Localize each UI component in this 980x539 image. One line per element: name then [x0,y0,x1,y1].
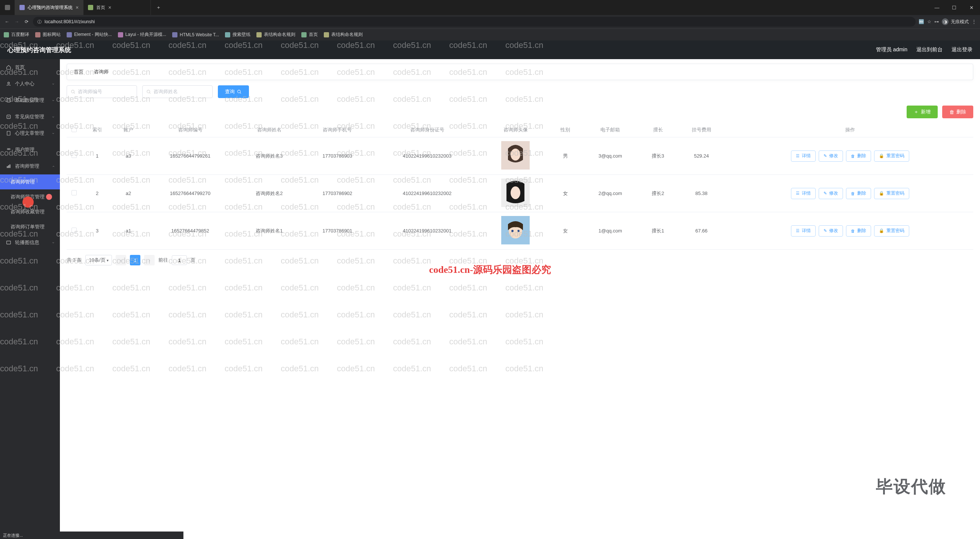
page-size-select[interactable]: 10条/页 ▾ [85,255,112,266]
edit-button[interactable]: ✎ 修改 [819,188,843,199]
back-to-front-button[interactable]: 退出到前台 [916,46,943,53]
star-icon[interactable]: ☆ [927,19,931,24]
sidebar-subitem[interactable]: 咨询师留言管理 [0,189,60,204]
logout-button[interactable]: 退出登录 [951,46,972,53]
next-page-button[interactable]: › [144,255,154,266]
maximize-button[interactable]: ☐ [945,0,963,15]
browser-tab-home[interactable]: 首页 × [83,0,151,15]
row-delete-button[interactable]: 🗑 删除 [846,225,871,237]
back-button[interactable]: ← [4,19,11,24]
delete-button[interactable]: 🗑 删除 [942,105,973,118]
user-label[interactable]: 管理员 admin [876,46,907,53]
sidebar: 首页 个人中心 › 基础数据管理 › 常见病症管理 › 心理文章管理 › 用户管… [0,59,60,539]
sidebar-item[interactable]: 常见病症管理 › [0,108,60,125]
new-tab-button[interactable]: ＋ [151,0,166,15]
lock-icon: 🔒 [879,191,884,196]
cell-idx: 1 [82,137,113,175]
forward-button[interactable]: → [13,19,20,24]
reload-button[interactable]: ⟳ [23,19,30,24]
bookmark-item[interactable]: 首页 [301,32,318,38]
home-icon [6,65,11,70]
jump-input[interactable] [172,255,187,265]
bookmark-item[interactable]: 表结构命名规则 [256,32,295,38]
cell-fee: 67.66 [676,212,727,250]
sidebar-subitem[interactable]: 咨询师订单管理 [0,219,60,234]
bookmark-item[interactable]: Element - 网站快... [67,32,112,38]
search-icon [71,89,76,94]
edit-icon: ✎ [824,153,827,158]
trash-icon: 🗑 [851,229,855,233]
column-header: 索引 [82,123,113,137]
row-checkbox[interactable] [72,190,77,196]
sidebar-item[interactable]: 咨询师管理 › [0,158,60,175]
menu-icon[interactable]: ⋮ [972,19,976,24]
close-window-button[interactable]: ✕ [963,0,980,15]
detail-button[interactable]: ☰ 详情 [791,188,816,199]
column-header: 咨询师编号 [144,123,237,137]
sidebar-subitem[interactable]: 咨询师收藏管理 [0,204,60,219]
cell-idx: 2 [82,175,113,212]
add-button[interactable]: ＋ 新增 [907,105,938,118]
chevron-icon: › [51,165,56,167]
detail-button[interactable]: ☰ 详情 [791,151,816,162]
detail-button[interactable]: ☰ 详情 [791,225,816,237]
cell-good: 擅长3 [640,137,676,175]
svg-point-13 [147,90,150,93]
sidebar-item[interactable]: 轮播图信息 › [0,234,60,251]
row-checkbox[interactable] [72,227,77,233]
sidebar-item[interactable]: 个人中心 › [0,76,60,92]
svg-point-11 [72,90,75,93]
reset-pwd-button[interactable]: 🔒 重置密码 [874,188,909,199]
sidebar-item[interactable]: 基础数据管理 › [0,92,60,108]
reset-pwd-button[interactable]: 🔒 重置密码 [874,151,909,162]
cell-avatar [481,175,550,212]
cell-name: 咨询师姓名1 [237,212,302,250]
close-icon[interactable]: × [108,5,111,11]
counselor-no-input[interactable]: 咨询师编号 [67,85,137,98]
cell-phone: 17703786903 [302,137,373,175]
svg-rect-10 [7,241,11,244]
counselor-name-input[interactable]: 咨询师姓名 [142,85,213,98]
bookmark-item[interactable]: Layui - 经典开源模... [118,32,166,38]
bookmark-item[interactable]: HTML5 Website T... [172,32,219,37]
sidebar-item[interactable]: 首页 [0,59,60,76]
column-header: 性别 [550,123,581,137]
browser-tab-blank[interactable] [0,0,15,15]
url-input[interactable]: ⓘ localhost:8081/#/zixunshi [33,17,916,27]
row-checkbox[interactable] [72,153,77,158]
tab-favicon [19,5,25,10]
cell-good: 擅长2 [640,175,676,212]
page-number[interactable]: 1 [130,255,140,266]
bookmark-item[interactable]: 百度翻译 [4,32,29,38]
reset-pwd-button[interactable]: 🔒 重置密码 [874,225,909,237]
edit-button[interactable]: ✎ 修改 [819,151,843,162]
user-icon [6,81,11,86]
svg-line-14 [150,92,151,94]
sidebar-item-label: 首页 [15,64,25,71]
search-button[interactable]: 查询 [218,85,249,98]
close-icon[interactable]: × [76,5,79,11]
sidebar-item[interactable]: 心理文章管理 › [0,125,60,142]
sidebar-item[interactable]: 用户管理 [0,142,60,158]
trash-icon: 🗑 [851,191,855,196]
column-header: 账户 [113,123,144,137]
edit-icon: ✎ [824,228,827,233]
info-icon: ⓘ [37,19,41,25]
key-icon[interactable]: ⊶ [934,19,939,24]
bookmark-item[interactable]: 表结构命名规则 [324,32,363,38]
minimize-button[interactable]: — [928,0,945,15]
browser-tab-active[interactable]: 心理预约咨询管理系统 × [15,0,83,15]
breadcrumb-home[interactable]: 首页 [74,69,83,75]
sidebar-subitem[interactable]: 咨询师管理 [0,175,60,189]
column-header: 咨询师姓名 [237,123,302,137]
address-bar: ← → ⟳ ⓘ localhost:8081/#/zixunshi 🔤 ☆ ⊶ … [0,15,980,29]
bookmark-item[interactable]: 图标网站 [35,32,60,38]
bookmark-item[interactable]: 搜索壁纸 [225,32,250,38]
profile-chip[interactable]: ◑ 无痕模式 [942,18,969,25]
row-delete-button[interactable]: 🗑 删除 [846,188,871,199]
translate-icon[interactable]: 🔤 [919,19,924,24]
prev-page-button[interactable]: ‹ [116,255,126,266]
edit-button[interactable]: ✎ 修改 [819,225,843,237]
select-all-checkbox[interactable] [72,127,77,132]
row-delete-button[interactable]: 🗑 删除 [846,151,871,162]
